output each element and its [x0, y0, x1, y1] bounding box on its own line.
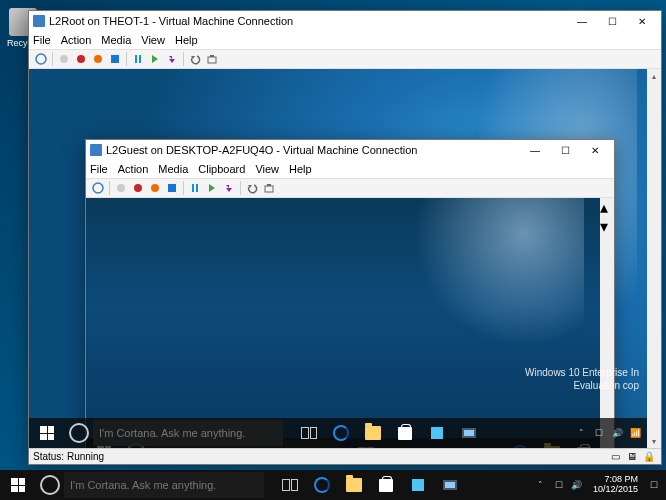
save-icon[interactable] — [107, 51, 123, 67]
menu-file[interactable]: File — [33, 34, 51, 46]
svg-point-1 — [60, 55, 68, 63]
inner-titlebar[interactable]: L2Guest on DESKTOP-A2FUQ4O - Virtual Mac… — [86, 140, 614, 160]
scroll-bar[interactable]: ▴ ▾ — [600, 198, 614, 448]
outer-vm-guest-desktop[interactable]: L2Guest on DESKTOP-A2FUQ4O - Virtual Mac… — [29, 69, 647, 448]
menu-view[interactable]: View — [255, 163, 279, 175]
outer-guest-tray: ˄ ☐ 🔊 📶 — [573, 425, 647, 441]
host-desktop: Recycle L2Root on THEOT-1 - Virtual Mach… — [0, 0, 666, 500]
menu-media[interactable]: Media — [158, 163, 188, 175]
maximize-button[interactable]: ☐ — [550, 141, 580, 159]
svg-rect-20 — [464, 430, 474, 436]
turn-off-icon[interactable] — [73, 51, 89, 67]
outer-status-text: Status: Running — [33, 451, 609, 462]
outer-menubar: File Action Media View Help — [29, 31, 661, 49]
taskview-icon[interactable] — [293, 418, 325, 448]
start-icon[interactable] — [56, 51, 72, 67]
pause-icon[interactable] — [130, 51, 146, 67]
menu-action[interactable]: Action — [61, 34, 92, 46]
ctrl-alt-del-icon[interactable] — [90, 180, 106, 196]
wallpaper — [384, 198, 584, 378]
app-icon[interactable] — [421, 418, 453, 448]
cortana-icon[interactable] — [40, 475, 60, 495]
start-button[interactable] — [0, 470, 36, 500]
checkpoint-icon[interactable] — [221, 180, 237, 196]
share-icon[interactable] — [261, 180, 277, 196]
svg-point-0 — [36, 54, 46, 64]
save-icon[interactable] — [164, 180, 180, 196]
turn-off-icon[interactable] — [130, 180, 146, 196]
network-icon[interactable]: 📶 — [627, 425, 643, 441]
inner-vm-guest-desktop[interactable]: ▴ ▾ — [86, 198, 614, 448]
revert-icon[interactable] — [244, 180, 260, 196]
store-icon[interactable] — [389, 418, 421, 448]
edge-icon[interactable] — [325, 418, 357, 448]
revert-icon[interactable] — [187, 51, 203, 67]
explorer-icon[interactable] — [357, 418, 389, 448]
explorer-icon[interactable] — [338, 470, 370, 500]
menu-file[interactable]: File — [90, 163, 108, 175]
app-icon[interactable] — [402, 470, 434, 500]
close-button[interactable]: ✕ — [580, 141, 610, 159]
outer-vm-window: L2Root on THEOT-1 - Virtual Machine Conn… — [28, 10, 662, 465]
menu-help[interactable]: Help — [289, 163, 312, 175]
svg-point-12 — [151, 184, 159, 192]
vm-icon — [33, 15, 45, 27]
close-button[interactable]: ✕ — [627, 12, 657, 30]
reset-icon[interactable] — [147, 51, 163, 67]
menu-clipboard[interactable]: Clipboard — [198, 163, 245, 175]
svg-rect-14 — [192, 184, 194, 192]
svg-point-9 — [93, 183, 103, 193]
taskview-icon[interactable] — [274, 470, 306, 500]
hyperv-icon[interactable] — [434, 470, 466, 500]
scroll-up-icon[interactable]: ▴ — [600, 198, 614, 217]
volume-icon[interactable]: 🔊 — [569, 477, 585, 493]
share-icon[interactable] — [204, 51, 220, 67]
cortana-search-input[interactable] — [64, 472, 264, 498]
network-icon[interactable]: ☐ — [551, 477, 567, 493]
outer-statusbar: Status: Running ▭ 🖥 🔒 — [29, 448, 661, 464]
pause-icon[interactable] — [187, 180, 203, 196]
svg-point-11 — [134, 184, 142, 192]
checkpoint-icon[interactable] — [164, 51, 180, 67]
lock-icon[interactable]: 🔒 — [643, 451, 657, 463]
maximize-button[interactable]: ☐ — [597, 12, 627, 30]
svg-point-10 — [117, 184, 125, 192]
menu-media[interactable]: Media — [101, 34, 131, 46]
reset-icon[interactable] — [204, 180, 220, 196]
display-config-icon[interactable]: ▭ — [611, 451, 625, 463]
minimize-button[interactable]: — — [520, 141, 550, 159]
svg-rect-17 — [267, 184, 271, 186]
cortana-icon[interactable] — [69, 423, 89, 443]
svg-rect-6 — [139, 55, 141, 63]
outer-guest-taskbar: ˄ ☐ 🔊 📶 — [29, 418, 647, 448]
start-icon[interactable] — [113, 180, 129, 196]
scroll-up-icon[interactable]: ▴ — [647, 69, 661, 83]
menu-view[interactable]: View — [141, 34, 165, 46]
tray-chevron-icon[interactable]: ˄ — [533, 477, 549, 493]
outer-titlebar[interactable]: L2Root on THEOT-1 - Virtual Machine Conn… — [29, 11, 661, 31]
scroll-down-icon[interactable]: ▾ — [647, 434, 661, 448]
clock[interactable]: 7:08 PM 10/12/2015 — [587, 475, 644, 495]
outer-scroll-bar[interactable]: ▴ ▾ — [647, 69, 661, 448]
vm-icon — [90, 144, 102, 156]
edge-icon[interactable] — [306, 470, 338, 500]
cortana-search-input[interactable] — [93, 420, 283, 446]
minimize-button[interactable]: — — [567, 12, 597, 30]
action-center-icon[interactable]: ☐ — [591, 425, 607, 441]
shutdown-icon[interactable] — [147, 180, 163, 196]
menu-help[interactable]: Help — [175, 34, 198, 46]
shutdown-icon[interactable] — [90, 51, 106, 67]
ctrl-alt-del-icon[interactable] — [33, 51, 49, 67]
hyperv-icon[interactable] — [453, 418, 485, 448]
action-center-icon[interactable]: ☐ — [646, 477, 662, 493]
tray-chevron-icon[interactable]: ˄ — [573, 425, 589, 441]
menu-action[interactable]: Action — [118, 163, 149, 175]
svg-rect-8 — [210, 55, 214, 57]
volume-icon[interactable]: 🔊 — [609, 425, 625, 441]
scroll-down-icon[interactable]: ▾ — [600, 217, 614, 236]
start-button[interactable] — [29, 418, 65, 448]
enhanced-session-icon[interactable]: 🖥 — [627, 451, 641, 463]
store-icon[interactable] — [370, 470, 402, 500]
svg-rect-4 — [111, 55, 119, 63]
svg-rect-15 — [196, 184, 198, 192]
